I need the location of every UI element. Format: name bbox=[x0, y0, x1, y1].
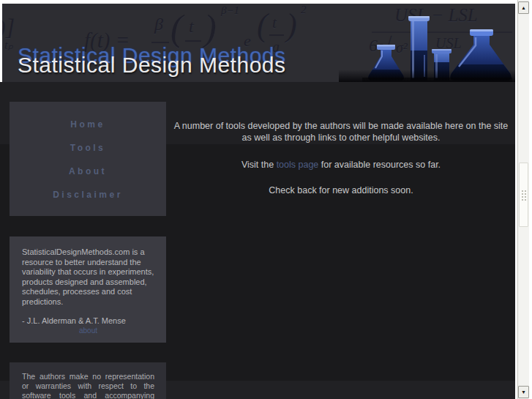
formula-fragment-t-sub: tₚ bbox=[4, 37, 13, 53]
sidebar-item-about[interactable]: About bbox=[10, 164, 166, 187]
scroll-down-button[interactable]: ▼ bbox=[518, 386, 529, 398]
site-wrapper: )] tₚ f(t) = β ( t ) β−1 e ( t a ) 2 USL… bbox=[0, 4, 515, 399]
quote-text: StatisticalDesignMethods.com is a resour… bbox=[22, 247, 154, 307]
formula-paren-close2: ) bbox=[286, 7, 297, 44]
visit-suffix: for available resources so far. bbox=[318, 160, 441, 170]
scroll-down-icon: ▼ bbox=[521, 389, 526, 395]
visit-paragraph: Visit the tools page for available resou… bbox=[169, 159, 513, 171]
formula-beta: β bbox=[154, 15, 163, 34]
page: )] tₚ f(t) = β ( t ) β−1 e ( t a ) 2 USL… bbox=[0, 0, 532, 399]
formula-exponent2: 2 bbox=[301, 4, 307, 16]
tools-page-link[interactable]: tools page bbox=[277, 160, 319, 170]
formula-exponent: β−1 bbox=[221, 4, 239, 17]
sidebar-item-home[interactable]: Home bbox=[10, 117, 166, 141]
disclaimer-text: The authors make no representation or wa… bbox=[22, 372, 154, 399]
sidebar-item-disclaimer[interactable]: Disclaimer bbox=[10, 187, 166, 211]
check-back-paragraph: Check back for new additions soon. bbox=[169, 184, 513, 196]
quote-author: - J.L. Alderman & A.T. Mense bbox=[22, 316, 154, 326]
scroll-up-icon: ▲ bbox=[521, 5, 526, 10]
intro-paragraph: A number of tools developed by the autho… bbox=[169, 120, 513, 143]
scroll-up-button[interactable]: ▲ bbox=[518, 1, 529, 14]
site-title: Statistical Design Methods bbox=[18, 53, 286, 78]
sidebar-nav: Home Tools About Disclaimer bbox=[10, 102, 166, 216]
formula-paren-open2: ( bbox=[257, 7, 268, 44]
formula-t: t bbox=[189, 17, 194, 37]
sidebar-item-tools[interactable]: Tools bbox=[10, 141, 166, 164]
about-link[interactable]: about bbox=[22, 327, 154, 335]
formula-fraction-bar2 bbox=[185, 40, 201, 42]
sidebar-quote-box: StatisticalDesignMethods.com is a resour… bbox=[10, 236, 166, 343]
page-border-left bbox=[0, 4, 2, 82]
visit-prefix: Visit the bbox=[241, 160, 277, 170]
scrollbar-thumb[interactable] bbox=[519, 163, 528, 227]
header-floor-shadow bbox=[339, 70, 515, 82]
formula-fraction-bar3 bbox=[269, 34, 284, 36]
vertical-scrollbar[interactable]: ▲ ▼ bbox=[517, 0, 529, 399]
sidebar-disclaimer-box: The authors make no representation or wa… bbox=[10, 362, 166, 399]
scrollbar-grip-icon bbox=[521, 190, 528, 201]
formula-t2: t bbox=[272, 14, 277, 32]
header-banner-image: )] tₚ f(t) = β ( t ) β−1 e ( t a ) 2 USL… bbox=[2, 4, 515, 82]
